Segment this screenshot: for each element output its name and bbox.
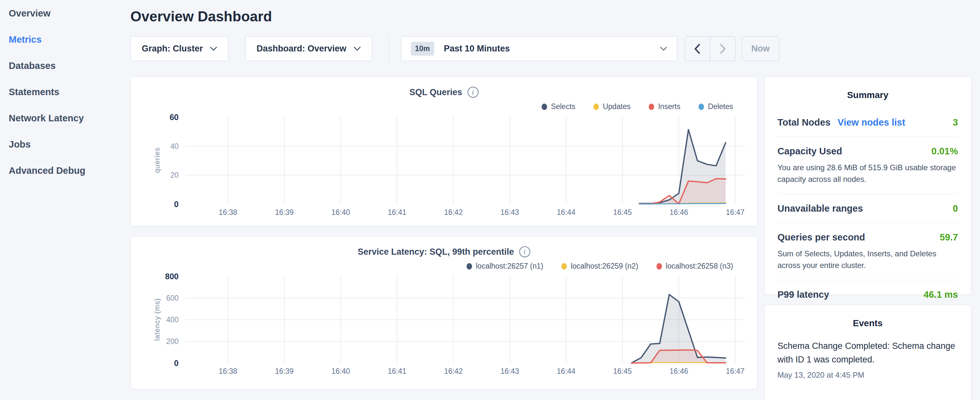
summary-row-top: Queries per second59.7 <box>778 232 958 243</box>
page-title: Overview Dashboard <box>130 8 980 25</box>
y-tick-label: 0 <box>174 359 178 368</box>
event-timestamp: May 13, 2020 at 4:45 PM <box>778 371 958 379</box>
legend-label: Updates <box>603 102 631 111</box>
y-tick-label: 40 <box>170 142 178 150</box>
x-tick-label: 16:39 <box>275 367 294 376</box>
chevron-down-icon <box>660 46 667 51</box>
summary-heading: Summary <box>778 90 958 100</box>
y-tick-label: 600 <box>166 293 178 302</box>
time-range-label: Past 10 Minutes <box>444 44 660 54</box>
time-range-picker[interactable]: 10m Past 10 Minutes <box>401 36 677 61</box>
summary-row: Capacity Used0.01%You are using 28.6 MiB… <box>778 137 958 194</box>
sidebar-item-overview[interactable]: Overview <box>0 0 130 27</box>
x-tick-label: 16:45 <box>613 208 632 217</box>
chevron-right-icon <box>719 44 726 54</box>
summary-row: Total NodesView nodes list3 <box>778 108 958 137</box>
toolbar: Graph: Cluster Dashboard: Overview 10m P… <box>130 36 980 61</box>
chart-legend: SelectsUpdatesInsertsDeletes <box>131 102 733 111</box>
toolbar-divider <box>389 36 389 61</box>
summary-row: Unavailable ranges0 <box>778 194 958 223</box>
summary-value: 0 <box>953 203 958 214</box>
x-tick-label: 16:47 <box>726 367 745 376</box>
y-axis-label: queries <box>153 147 161 173</box>
legend-item-inserts: Inserts <box>649 102 680 111</box>
sql-queries-chart-card: SQL Queries i SelectsUpdatesInsertsDelet… <box>130 77 757 226</box>
x-tick-label: 16:42 <box>444 367 463 376</box>
chart-canvas <box>186 276 745 363</box>
sidebar-item-advanced-debug[interactable]: Advanced Debug <box>0 158 130 184</box>
summary-value: 46.1 ms <box>924 289 958 300</box>
x-tick-label: 16:45 <box>613 367 632 376</box>
summary-value: 59.7 <box>940 232 958 243</box>
legend-dot-icon <box>649 104 654 110</box>
chart-title: Service Latency: SQL, 99th percentile <box>358 247 514 257</box>
x-tick-label: 16:43 <box>501 208 519 217</box>
x-tick-label: 16:44 <box>557 208 576 217</box>
chart-canvas <box>186 116 745 204</box>
service-latency-chart-card: Service Latency: SQL, 99th percentile i … <box>130 236 757 389</box>
legend-label: localhost:26259 (n2) <box>571 262 638 271</box>
legend-label: localhost:26258 (n3) <box>666 262 733 271</box>
x-tick-label: 16:38 <box>219 208 237 217</box>
legend-label: Selects <box>551 102 575 111</box>
legend-item-localhost-26257-n1: localhost:26257 (n1) <box>466 262 543 271</box>
x-tick-label: 16:44 <box>557 367 576 376</box>
now-button[interactable]: Now <box>742 36 780 61</box>
dashboard-dropdown[interactable]: Dashboard: Overview <box>245 36 372 61</box>
legend-label: localhost:26257 (n1) <box>476 262 543 271</box>
sidebar-item-metrics[interactable]: Metrics <box>0 27 130 53</box>
summary-rows: Total NodesView nodes list3Capacity Used… <box>778 108 958 309</box>
y-tick-label: 0 <box>174 200 178 209</box>
time-back-button[interactable] <box>685 37 711 61</box>
view-nodes-list-link[interactable]: View nodes list <box>838 117 905 128</box>
time-step-buttons <box>685 36 736 61</box>
y-tick-label: 20 <box>170 171 178 180</box>
info-icon[interactable]: i <box>519 246 530 257</box>
chart-title-row: SQL Queries i <box>131 77 757 98</box>
legend-dot-icon <box>562 263 567 269</box>
summary-label-capacity-used: Capacity Used <box>778 146 842 157</box>
events-card: Events Schema Change Completed: Schema c… <box>764 305 971 400</box>
sidebar-item-jobs[interactable]: Jobs <box>0 131 130 158</box>
legend-label: Inserts <box>658 102 680 111</box>
x-tick-label: 16:39 <box>275 208 294 217</box>
summary-row: P99 latency46.1 ms <box>778 280 958 309</box>
dashboard-dropdown-label: Dashboard: Overview <box>256 44 347 54</box>
summary-card: Summary Total NodesView nodes list3Capac… <box>764 77 971 295</box>
info-icon[interactable]: i <box>468 87 479 98</box>
x-tick-label: 16:46 <box>670 208 688 217</box>
chart-title-row: Service Latency: SQL, 99th percentile i <box>131 237 757 257</box>
legend-item-selects: Selects <box>542 102 575 111</box>
chart-legend: localhost:26257 (n1)localhost:26259 (n2)… <box>131 262 733 271</box>
main-content: Overview Dashboard Graph: Cluster Dashbo… <box>130 0 980 400</box>
x-tick-label: 16:41 <box>388 367 406 376</box>
summary-row-top: Capacity Used0.01% <box>778 146 958 157</box>
app-root: OverviewMetricsDatabasesStatementsNetwor… <box>0 0 980 400</box>
time-forward-button[interactable] <box>710 37 735 61</box>
x-tick-label: 16:43 <box>501 367 519 376</box>
summary-label-total-nodes: Total Nodes <box>778 117 830 128</box>
legend-item-localhost-26259-n2: localhost:26259 (n2) <box>562 262 638 271</box>
x-tick-label: 16:40 <box>331 208 350 217</box>
sidebar-item-statements[interactable]: Statements <box>0 79 130 105</box>
legend-dot-icon <box>593 104 599 110</box>
chart-plot[interactable]: latency (ms)020040060080016:3816:3916:40… <box>186 276 745 363</box>
y-tick-label: 60 <box>170 113 178 122</box>
legend-dot-icon <box>698 104 704 110</box>
y-tick-label: 800 <box>165 271 178 281</box>
events-list: Schema Change Completed: Schema change w… <box>778 339 958 379</box>
y-axis-label: latency (ms) <box>153 298 161 341</box>
x-tick-label: 16:41 <box>388 208 406 217</box>
sidebar-item-network-latency[interactable]: Network Latency <box>0 105 130 131</box>
chevron-down-icon <box>354 46 361 51</box>
chevron-down-icon <box>210 46 217 51</box>
summary-row-top: Total NodesView nodes list3 <box>778 117 958 128</box>
chevron-left-icon <box>694 44 700 54</box>
dashboard-content: SQL Queries i SelectsUpdatesInsertsDelet… <box>130 77 980 400</box>
sidebar-item-databases[interactable]: Databases <box>0 53 130 79</box>
graph-dropdown[interactable]: Graph: Cluster <box>130 36 228 61</box>
summary-description: You are using 28.6 MiB of 515.9 GiB usab… <box>778 162 958 185</box>
events-heading: Events <box>778 318 958 328</box>
chart-plot[interactable]: queries020406016:3816:3916:4016:4116:421… <box>186 116 745 204</box>
summary-label-p99-latency: P99 latency <box>778 289 829 300</box>
